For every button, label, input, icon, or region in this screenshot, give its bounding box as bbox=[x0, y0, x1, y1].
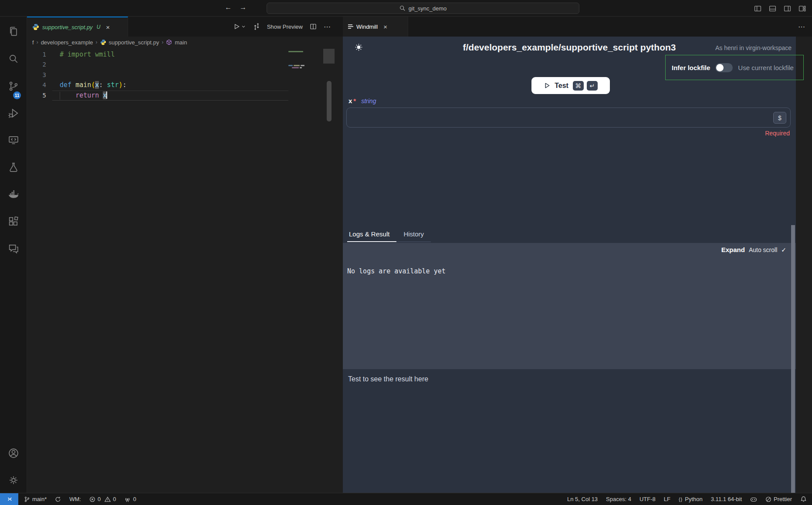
test-button-label: Test bbox=[555, 82, 568, 90]
breadcrumb-sep-icon: › bbox=[96, 39, 98, 45]
more-actions-icon[interactable]: ⋯ bbox=[324, 23, 331, 31]
editor-scrollbar[interactable] bbox=[327, 81, 332, 121]
show-preview-button[interactable]: Show Preview bbox=[267, 24, 303, 30]
docker-icon[interactable] bbox=[7, 188, 20, 200]
source-control-badge: 11 bbox=[13, 91, 21, 99]
code-line-5[interactable]: 5 return x bbox=[27, 91, 343, 101]
encoding[interactable]: UTF-8 bbox=[639, 496, 656, 502]
editor-tab-bar: supportive_script.py U × Show Preview ⋯ bbox=[27, 17, 343, 37]
language-label: Python bbox=[685, 496, 702, 502]
code-editor[interactable]: 1# import wmill234def main(x: str):5 ret… bbox=[27, 48, 343, 493]
ports-status[interactable]: 0 bbox=[124, 496, 136, 502]
python-interpreter[interactable]: 3.11.1 64-bit bbox=[711, 496, 742, 502]
explorer-icon[interactable] bbox=[7, 25, 20, 37]
warning-icon bbox=[105, 496, 111, 502]
line-number: 4 bbox=[27, 80, 46, 90]
title-bar: ← → git_sync_demo bbox=[0, 0, 812, 17]
result-tabs: Logs & Result History bbox=[347, 226, 431, 242]
sync-compare-icon[interactable] bbox=[253, 23, 260, 30]
settings-gear-icon[interactable] bbox=[7, 474, 20, 486]
code-line-4[interactable]: 4def main(x: str): bbox=[27, 80, 343, 90]
customize-layout-icon[interactable] bbox=[798, 5, 806, 12]
line-number: 3 bbox=[27, 70, 46, 80]
more-actions-icon[interactable]: ⋯ bbox=[798, 23, 805, 31]
toggle-panel-icon[interactable] bbox=[769, 5, 776, 12]
sync-icon[interactable] bbox=[55, 496, 61, 502]
command-center-search[interactable]: git_sync_demo bbox=[267, 3, 579, 14]
tab-history[interactable]: History bbox=[396, 226, 431, 242]
error-count: 0 bbox=[98, 496, 101, 502]
webview-scrollbar[interactable] bbox=[791, 225, 795, 493]
line-number: 1 bbox=[27, 50, 46, 60]
arg-name: x bbox=[348, 97, 352, 104]
expand-button[interactable]: Expand bbox=[721, 246, 745, 253]
windmill-tab-bar: Windmill × ⋯ bbox=[343, 17, 812, 37]
minimap-slider[interactable] bbox=[323, 49, 335, 64]
editor-group-windmill: Windmill × ⋯ f/developers_example/suppor… bbox=[343, 17, 812, 493]
nav-back-icon[interactable]: ← bbox=[225, 3, 232, 11]
arg-input[interactable]: $ bbox=[346, 108, 791, 128]
search-sidebar-icon[interactable] bbox=[7, 53, 20, 65]
language-mode[interactable]: {} Python bbox=[679, 496, 703, 502]
copilot-icon[interactable] bbox=[750, 496, 757, 503]
tab-supportive-script[interactable]: supportive_script.py U × bbox=[27, 17, 128, 37]
toggle-knob bbox=[716, 64, 724, 71]
braces-icon: {} bbox=[679, 497, 683, 502]
tab-windmill[interactable]: Windmill × bbox=[343, 17, 408, 37]
status-bar: main* WM: 0 0 0 Ln 5, Col 13 Spaces: 4 U… bbox=[0, 493, 812, 505]
warning-count: 0 bbox=[113, 496, 116, 502]
variable-picker-button[interactable]: $ bbox=[773, 112, 786, 124]
use-current-lockfile-label: Use current lockfile bbox=[738, 64, 794, 71]
split-editor-icon[interactable] bbox=[310, 23, 317, 30]
test-button[interactable]: Test ⌘ ↵ bbox=[531, 77, 610, 94]
result-panel: Test to see the result here bbox=[343, 369, 796, 493]
lockfile-toggle[interactable] bbox=[715, 63, 733, 72]
eol-sequence[interactable]: LF bbox=[664, 496, 670, 502]
run-python-file-icon[interactable] bbox=[233, 23, 240, 30]
accounts-icon[interactable] bbox=[7, 447, 20, 459]
nav-forward-icon[interactable]: → bbox=[240, 3, 247, 11]
remote-indicator[interactable] bbox=[0, 493, 18, 505]
required-message: Required bbox=[765, 130, 790, 137]
toggle-primary-sidebar-icon[interactable] bbox=[754, 5, 761, 12]
tab-close-icon[interactable]: × bbox=[106, 24, 110, 31]
autoscroll-label[interactable]: Auto scroll bbox=[749, 246, 777, 253]
search-icon bbox=[399, 5, 406, 11]
comments-icon[interactable] bbox=[7, 242, 20, 255]
wm-status[interactable]: WM: bbox=[69, 496, 81, 502]
problems-status[interactable]: 0 0 bbox=[89, 496, 116, 502]
extensions-icon[interactable] bbox=[7, 215, 20, 228]
breadcrumb-sep-icon: › bbox=[37, 39, 38, 45]
workspace-context: As henri in virgin-workspace bbox=[715, 44, 792, 51]
arg-type: string bbox=[361, 98, 376, 104]
text-cursor bbox=[106, 91, 107, 99]
notifications-bell-icon[interactable] bbox=[800, 496, 807, 502]
breadcrumb-folder[interactable]: f bbox=[32, 39, 34, 46]
run-and-debug-icon[interactable] bbox=[7, 107, 20, 119]
source-control-icon[interactable] bbox=[7, 80, 20, 92]
editor-group-code: supportive_script.py U × Show Preview ⋯ … bbox=[27, 17, 343, 493]
formatter-label: Prettier bbox=[774, 496, 792, 502]
breadcrumb-folder[interactable]: developers_example bbox=[41, 39, 93, 46]
git-branch-status[interactable]: main* bbox=[24, 496, 47, 502]
git-branch-icon bbox=[24, 496, 30, 502]
breadcrumb-symbol[interactable]: main bbox=[175, 39, 187, 46]
toggle-secondary-sidebar-icon[interactable] bbox=[784, 5, 791, 12]
tab-close-icon[interactable]: × bbox=[383, 23, 387, 30]
remote-explorer-icon[interactable] bbox=[7, 134, 20, 146]
cmd-key-icon: ⌘ bbox=[573, 81, 584, 91]
run-dropdown-chevron-icon[interactable] bbox=[241, 24, 246, 29]
symbol-method-icon bbox=[166, 39, 172, 45]
ports-count: 0 bbox=[133, 496, 136, 502]
logs-empty-message: No logs are available yet bbox=[347, 267, 446, 275]
formatter-status[interactable]: Prettier bbox=[765, 496, 792, 502]
tab-logs-result[interactable]: Logs & Result bbox=[347, 226, 396, 242]
line-number: 5 bbox=[27, 91, 46, 101]
arg-field-label: x * string bbox=[348, 97, 376, 104]
testing-icon[interactable] bbox=[7, 161, 20, 173]
error-icon bbox=[89, 496, 95, 502]
breadcrumb-file[interactable]: supportive_script.py bbox=[109, 39, 159, 46]
result-placeholder: Test to see the result here bbox=[348, 375, 428, 383]
cursor-position[interactable]: Ln 5, Col 13 bbox=[567, 496, 598, 502]
indentation[interactable]: Spaces: 4 bbox=[606, 496, 631, 502]
